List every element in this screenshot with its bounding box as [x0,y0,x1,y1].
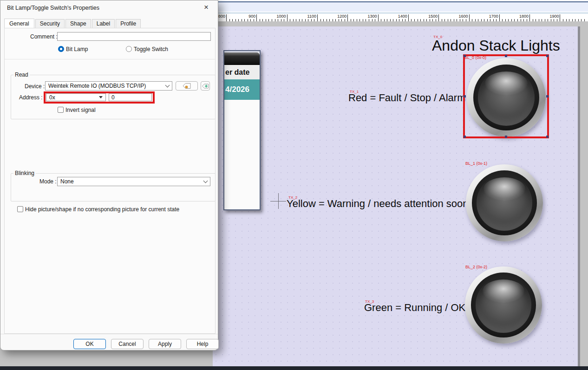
hmi-canvas: TX_0 Andon Stack Lights TX_1 Red = Fault… [213,26,578,366]
date-widget-preview-window: er date 4/2026 [223,50,261,210]
bit-lamp-yellow[interactable] [466,164,543,241]
ruler-major-tick [256,14,257,21]
tab-shape[interactable]: Shape [65,19,91,28]
device-label: Device : [25,83,45,90]
selection-handle[interactable] [505,55,507,57]
selection-handle[interactable] [464,55,466,57]
apply-button[interactable]: Apply [149,339,181,349]
selection-handle[interactable] [546,136,549,138]
ruler-number: 900 [248,14,255,19]
annotation-yellow[interactable]: Yellow = Warning / needs attention soon [287,198,469,210]
canvas-shadow [578,26,580,366]
selection-handle[interactable] [464,136,466,138]
selection-handle[interactable] [546,95,549,97]
annotation-green[interactable]: Green = Running / OK [364,302,465,314]
device-value: Weintek Remote IO (MODBUS TCP/IP) [48,83,166,89]
footer-separator [0,334,218,334]
ruler-number: 1700 [489,14,498,19]
tag-icon [182,83,191,89]
tab-security[interactable]: Security [35,19,65,28]
ruler-major-tick [347,14,348,21]
ok-button[interactable]: OK [73,339,106,349]
mode-label: Mode : [39,178,57,185]
invert-signal-checkbox[interactable] [58,107,64,113]
address-tag-library-button[interactable] [176,81,198,91]
ruler-major-tick [469,14,470,21]
lamp-gleam [483,177,525,201]
add-device-button[interactable] [201,81,210,91]
hide-picture-label: Hide picture/shape if no corresponding p… [25,206,179,213]
tag-plus-icon [202,83,209,89]
chevron-down-icon [165,83,170,87]
preview-date-label: er date [224,65,260,79]
lamp-gleam [483,279,524,303]
help-button[interactable]: Help [186,339,219,349]
blinking-mode-combobox[interactable]: None [57,177,210,186]
preview-dark-header [224,52,260,65]
ruler-major-tick [287,14,287,21]
blinking-mode-value: None [60,178,204,185]
bit-lamp-green[interactable] [465,266,542,344]
selection-handle[interactable] [546,55,549,57]
dialog-titlebar: Bit Lamp/Toggle Switch's Properties × [0,0,218,15]
ruler-major-tick [226,14,227,21]
tab-strip: General Security Shape Label Profile [4,19,142,28]
lamp-object-tag: BL_2 (0x-2) [465,265,487,269]
ruler-number: 1200 [337,14,346,19]
annotation-red[interactable]: Red = Fault / Stop / Alarm [348,92,466,104]
comment-input[interactable] [57,32,211,41]
ruler-major-tick [378,14,379,21]
hide-picture-checkbox[interactable] [17,206,23,212]
selection-handle[interactable] [464,95,466,97]
ruler-number: 1300 [368,14,377,19]
close-button[interactable]: × [197,1,215,13]
toggle-switch-radio-label: Toggle Switch [134,46,168,52]
read-group-label: Read [13,71,30,78]
ruler-major-tick [438,14,439,21]
ruler-major-tick [408,14,409,21]
invert-signal-label: Invert signal [65,107,96,113]
ruler-number: 1100 [307,14,316,19]
bit-lamp-radio-label: Bit Lamp [66,46,88,52]
ruler-number: 800 [218,14,225,19]
crosshair-cursor [278,193,279,209]
selection-rectangle[interactable] [463,54,549,138]
tab-profile[interactable]: Profile [116,19,141,28]
canvas-heading[interactable]: Andon Stack Lights [432,37,560,54]
taskbar-edge [0,366,588,370]
chevron-down-icon [203,178,208,183]
ruler-major-tick [499,14,500,21]
bit-lamp-radio[interactable] [58,46,64,52]
blinking-group-label: Blinking [13,170,36,176]
comment-label: Comment : [30,33,58,40]
address-type-combobox[interactable]: 0x [46,93,106,101]
bit-lamp-properties-dialog: Bit Lamp/Toggle Switch's Properties × Ge… [0,0,218,351]
ruler-number: 1500 [428,14,438,19]
device-combobox[interactable]: Weintek Remote IO (MODBUS TCP/IP) [45,81,172,91]
ruler-number: 1000 [277,14,286,19]
tab-general[interactable]: General [4,19,34,29]
toggle-switch-radio[interactable] [126,46,132,52]
address-input[interactable] [109,93,152,101]
section-divider [5,59,215,59]
cancel-button[interactable]: Cancel [111,339,144,349]
dropdown-arrow-icon [99,96,103,98]
ruler-number: 1900 [549,14,559,19]
lamp-object-tag: BL_1 (0x-1) [465,162,487,166]
selection-handle[interactable] [505,136,507,138]
ruler-major-tick [317,14,318,21]
ruler-number: 1400 [398,14,407,19]
ruler-major-tick [529,14,530,21]
ruler-number: 1600 [458,14,468,19]
address-label: Address : [19,94,43,101]
dialog-title: Bit Lamp/Toggle Switch's Properties [7,5,99,11]
ruler-major-tick [560,14,560,21]
tab-label[interactable]: Label [92,19,115,28]
preview-date-value: 4/2026 [224,79,260,100]
address-type-value: 0x [49,94,99,101]
ruler-number: 1800 [519,14,529,19]
close-icon: × [204,3,209,12]
